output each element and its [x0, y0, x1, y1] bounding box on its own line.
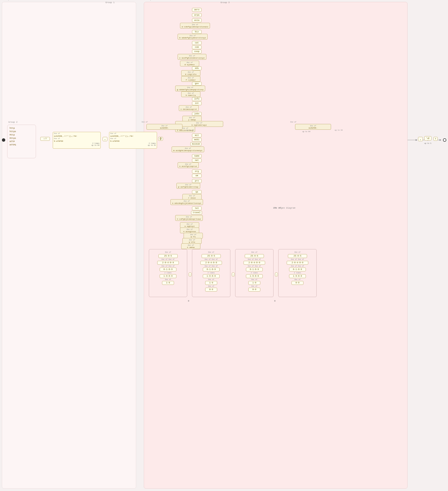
one-of-label-left: One of: [142, 121, 148, 123]
ip-group-a: One of 25·0-5 One of One of 2·0-4·0-9 On…: [149, 249, 187, 297]
tld-int: int: [192, 101, 202, 105]
oneof-p: One of p·aefghklmnrstwy: [177, 183, 200, 189]
group2: Group 2 http https Http Https HTTP HTTPS: [7, 125, 36, 158]
ip-b-1-9: 1-9: [205, 281, 217, 285]
oneof-a: One of a·cdefgilmnoqrstuvwxz: [180, 23, 210, 28]
ip-b-range: 25·0-5: [202, 254, 221, 258]
oneof-g: One of g·abdefghilmnpqrstuvy: [175, 85, 205, 91]
group3: Group 3 aero arpa asia One of a·cdefgilm…: [144, 2, 408, 489]
ip-a-times: 1-9·0-9: [160, 274, 177, 278]
ip-d-times: 1-9·0-9: [289, 274, 306, 278]
ip-d-range: 25·0-5: [288, 254, 307, 258]
oneof-u: One of u·agksyz: [180, 222, 199, 228]
ip-bottom-0-2: 0: [274, 300, 275, 302]
oneof-k-main: One of k·eghimnrwyz: [175, 121, 223, 127]
main-oneof-azAZ09-2: One of azAZ09-: [295, 124, 331, 130]
ip-a-range: 25·0-5: [159, 254, 178, 258]
tld-qa: qa: [192, 190, 202, 194]
tld-mil: mil: [192, 133, 202, 137]
tld-museum: museum: [190, 142, 201, 146]
second-oneof-block: One of azAZ09$_.+!*'(),;?&= One of %·afA…: [109, 132, 157, 149]
protocol-http: http: [9, 127, 34, 130]
oneof-r: One of r·eouv: [182, 194, 202, 200]
tld-jobs: jobs: [192, 112, 202, 116]
ip-d-range2: 2·0-4·0-9: [287, 261, 308, 265]
ip-a-range3: 0-1·0-9: [160, 268, 177, 271]
tld-cat: cat: [192, 41, 202, 45]
oneof-f: One of f·ijkmor: [181, 76, 200, 82]
group2-label: Group 2: [8, 121, 18, 123]
oneof-j: One of j·emop: [182, 116, 202, 122]
ip-group-b: One of 25·0-5 One of One of 2·0-4·0-9 On…: [192, 249, 230, 297]
start-circle: [2, 138, 5, 142]
tld-mobi: mobi: [192, 138, 202, 142]
ip-group-c: One of 25·0-5 One of One of 2·0-4·0-9 On…: [235, 249, 273, 297]
oneof-n: One of n·acefgilopruz: [178, 162, 199, 168]
tld-info: info: [192, 97, 202, 101]
ip-d-09: 0-9: [291, 281, 303, 285]
ip-b-range3: 0-1·0-9: [203, 268, 220, 271]
ip-a-range2: 2·0-4·0-9: [157, 261, 179, 265]
ip-a-1-9: 1-9: [162, 281, 174, 285]
protocol-HTTP: HTTP: [9, 140, 34, 143]
oneof-b: One of b·abdefghijmnorstvvyz: [178, 34, 208, 39]
separator-node: ://: [40, 137, 50, 141]
up-to-5-label: up to 5: [424, 142, 431, 144]
end-circle: [443, 138, 446, 142]
oneof-detected: One of: [273, 207, 281, 209]
oneof-t: One of t·cdfghjklmnoprtvwz: [175, 215, 203, 221]
digit-node: \d: [424, 136, 431, 141]
ip-c-1-9: 1-9: [248, 281, 260, 285]
dot-node-1: .: [103, 137, 107, 141]
oneof-m: One of m·acdghklmnopqrstuvwxyz: [172, 146, 204, 152]
oneof-y: One of y·etu: [182, 238, 202, 244]
main-oneof-azAZ09-1: One of azAZ09-: [147, 124, 182, 130]
at-node: @: [158, 137, 163, 141]
oneof-v: One of v·aceginuu: [180, 227, 199, 233]
protocol-HTTPS: HTTPS: [9, 144, 34, 146]
tld-edu: edu: [192, 66, 202, 70]
ip-c-range: 25·0-5: [245, 254, 264, 258]
group1-label: Group 1: [3, 0, 12, 1]
tld-biz: biz: [192, 30, 202, 34]
one-of-label-right: One of: [290, 121, 296, 123]
oneof-c: One of c·acdfghiklmnoruvxyz: [178, 54, 206, 60]
protocol-Https: Https: [9, 137, 34, 140]
tld-pro: pro: [192, 179, 202, 183]
ip-b-times: 1-9·0-9: [203, 274, 220, 278]
ip-b-range2: 2·0-4·0-9: [200, 261, 222, 265]
ip-c-times: 1-9·0-9: [246, 274, 263, 278]
group3-label: Group 3: [145, 0, 154, 1]
tld-arpa: arpa: [192, 13, 202, 17]
first-oneof-block: One of azAZ09$_.+!*'(),;?&= One of %·afA…: [53, 132, 101, 149]
oneof-s: One of s·abcdeghijklmnortuvxyz: [170, 199, 203, 205]
tld-travel: travel: [191, 211, 202, 215]
ip-dot-1: .: [189, 273, 192, 276]
oneof-e: One of e·cegrstu: [181, 70, 200, 76]
group1-title-top: Group 1: [105, 1, 115, 4]
oneof-h: One of h·kmnrtu: [181, 91, 200, 97]
tld-com: com: [192, 45, 202, 49]
up-to-64-label: up to 64: [302, 131, 310, 132]
oneof-w: One of w·fs: [184, 233, 203, 238]
ip-b-09: 0-9: [205, 288, 217, 292]
group1: Group 1: [2, 2, 136, 489]
ip-dot-3: .: [275, 273, 278, 276]
tld-name: name: [192, 154, 202, 158]
ip-group-d: One of 25·0-5 One of One of 2·0-4·0-9 On…: [278, 249, 317, 297]
dot-node-final: .: [418, 137, 423, 141]
tld-coop: coop: [192, 50, 202, 54]
ip-bottom-0-1: 0: [188, 300, 189, 302]
oneof-d: One of d·ajkmoz: [180, 61, 199, 66]
ip-c-range3: 0-1·0-9: [246, 268, 263, 271]
ip-c-09: 0-9: [248, 288, 260, 292]
tld-net: net: [192, 159, 202, 162]
ip-dot-2: .: [232, 273, 235, 276]
group3-title-top: Group 3: [221, 1, 230, 4]
ip-d-range3: 0-1·0-9: [289, 268, 306, 271]
tld-aero: aero: [192, 8, 202, 12]
tld-om: om: [192, 174, 202, 178]
tld-gov: gov: [192, 82, 202, 85]
main-canvas: Group 1 Group 3 aero arpa asia One of a·…: [0, 0, 448, 491]
tld-asia: asia: [192, 19, 202, 22]
